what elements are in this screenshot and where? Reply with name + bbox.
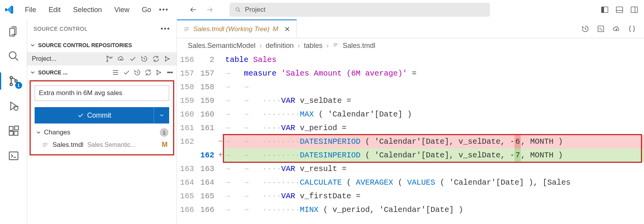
- svg-rect-3: [616, 7, 623, 13]
- chevron-right-icon: ›: [326, 42, 329, 50]
- tab-close-icon[interactable]: ✕: [284, 25, 290, 34]
- source-control-activity-icon[interactable]: 1: [7, 74, 21, 88]
- scm-source-label: SOURCE ...: [38, 69, 67, 76]
- check-icon[interactable]: [122, 68, 131, 77]
- menu-go[interactable]: Go: [142, 6, 151, 14]
- graph-icon[interactable]: [155, 68, 163, 77]
- graph-icon[interactable]: [163, 55, 172, 63]
- nav-forward-icon[interactable]: [206, 6, 214, 14]
- svg-rect-12: [9, 127, 13, 131]
- svg-point-17: [107, 56, 108, 57]
- chevron-right-icon: ›: [259, 42, 262, 50]
- svg-point-24: [156, 70, 158, 71]
- toggle-secondary-sidebar-icon[interactable]: [630, 5, 639, 14]
- svg-point-18: [107, 60, 108, 62]
- svg-point-25: [156, 74, 158, 75]
- history-icon[interactable]: [140, 55, 149, 63]
- commit-button-label: Commit: [87, 111, 111, 120]
- changed-file-row[interactable]: Sales.tmdl Sales.Semantic... M: [35, 138, 169, 151]
- changes-label: Changes: [44, 129, 70, 136]
- commit-button-dropdown[interactable]: [154, 107, 169, 123]
- repo-name: Project...: [32, 55, 56, 62]
- refresh-icon[interactable]: [152, 55, 160, 63]
- braces-icon[interactable]: [628, 25, 636, 33]
- nav-back-icon[interactable]: [189, 6, 197, 14]
- diff-editor[interactable]: 156 157 158 159 160 161 162 163 164 165 …: [177, 53, 644, 217]
- changed-file-path: Sales.Semantic...: [87, 141, 136, 148]
- changes-group[interactable]: Changes 1: [35, 123, 169, 138]
- command-center[interactable]: Project: [229, 3, 490, 17]
- source-control-panel: SOURCE CONTROL ••• SOURCE CONTROL REPOSI…: [27, 19, 177, 224]
- timeline-icon[interactable]: [581, 25, 590, 33]
- menu-overflow-icon[interactable]: •••: [159, 6, 169, 14]
- svg-point-26: [160, 72, 161, 73]
- breadcrumb-seg[interactable]: tables: [304, 42, 322, 50]
- file-icon: [42, 141, 49, 148]
- svg-point-7: [9, 52, 16, 59]
- file-icon: [332, 42, 339, 50]
- nav-arrows: [189, 6, 214, 14]
- repo-item[interactable]: Project... n: [27, 52, 177, 65]
- svg-rect-16: [9, 152, 18, 160]
- scm-badge: 1: [15, 82, 22, 89]
- svg-point-9: [10, 83, 12, 86]
- svg-point-21: [165, 56, 166, 57]
- breadcrumb-seg[interactable]: Sales.SemanticModel: [188, 42, 256, 50]
- history-icon[interactable]: [133, 68, 142, 77]
- terminal-activity-icon[interactable]: [7, 149, 21, 163]
- line-no-new: 2: [197, 53, 217, 67]
- explorer-activity-icon[interactable]: [7, 24, 21, 38]
- activity-bar: 1: [0, 19, 27, 224]
- more-icon[interactable]: •••: [166, 68, 174, 77]
- breadcrumb[interactable]: Sales.SemanticModel › definition › table…: [177, 38, 644, 53]
- tab-status: M: [273, 25, 278, 33]
- breadcrumb-seg[interactable]: Sales.tmdl: [343, 42, 375, 50]
- file-icon: [183, 26, 190, 33]
- changes-count-badge: 1: [160, 128, 168, 137]
- svg-rect-13: [9, 131, 13, 135]
- cloud-sync-icon[interactable]: [117, 55, 125, 63]
- svg-text:n: n: [111, 55, 113, 59]
- branch-icon[interactable]: n: [105, 55, 114, 63]
- toggle-panel-icon[interactable]: [615, 5, 624, 14]
- diff-added-icon: +: [217, 148, 224, 162]
- layout-controls: [600, 5, 641, 14]
- chevron-down-icon: [35, 129, 42, 136]
- breadcrumb-seg[interactable]: definition: [266, 42, 294, 50]
- svg-point-0: [236, 8, 239, 11]
- check-icon[interactable]: [128, 55, 137, 63]
- svg-rect-5: [631, 7, 638, 13]
- menu-view[interactable]: View: [114, 6, 130, 14]
- commit-message-input[interactable]: [35, 85, 169, 101]
- title-bar: File Edit Selection View Go ••• Project: [0, 0, 644, 19]
- scm-repos-section[interactable]: SOURCE CONTROL REPOSITORIES: [27, 38, 177, 52]
- run-debug-activity-icon[interactable]: [7, 99, 21, 113]
- open-changes-icon[interactable]: [597, 25, 605, 33]
- chevron-down-icon: [30, 69, 36, 76]
- svg-point-23: [168, 58, 170, 59]
- toggle-primary-sidebar-icon[interactable]: [600, 5, 609, 14]
- scm-source-section[interactable]: SOURCE ... •••: [27, 65, 177, 79]
- svg-point-22: [165, 60, 166, 61]
- file-status-modified: M: [162, 141, 168, 149]
- panel-more-icon[interactable]: •••: [161, 25, 170, 33]
- search-activity-icon[interactable]: [7, 49, 21, 63]
- editor-tab[interactable]: Sales.tmdl (Working Tree) M ✕: [177, 19, 297, 38]
- extensions-activity-icon[interactable]: [7, 124, 21, 138]
- refresh-icon[interactable]: [144, 68, 152, 77]
- highlighted-commit-area: Commit Changes 1 Sales.tmdl Sales.Semant…: [30, 80, 174, 155]
- svg-rect-14: [14, 131, 18, 135]
- tree-view-icon[interactable]: [111, 68, 120, 77]
- menu-edit[interactable]: Edit: [49, 6, 61, 14]
- commit-button[interactable]: Commit: [35, 107, 154, 123]
- svg-point-8: [10, 76, 12, 79]
- menu-file[interactable]: File: [25, 6, 36, 14]
- svg-point-11: [14, 106, 18, 110]
- menu-selection[interactable]: Selection: [73, 6, 102, 14]
- code-content[interactable]: table Sales → measure 'Sales Amount (6M …: [224, 53, 644, 217]
- main-menu: File Edit Selection View Go: [22, 6, 151, 14]
- svg-rect-2: [602, 7, 604, 13]
- tab-filename: Sales.tmdl (Working Tree): [193, 25, 270, 33]
- cloud-icon[interactable]: [612, 25, 621, 33]
- editor-area: Sales.tmdl (Working Tree) M ✕ Sales.Sema…: [177, 19, 644, 224]
